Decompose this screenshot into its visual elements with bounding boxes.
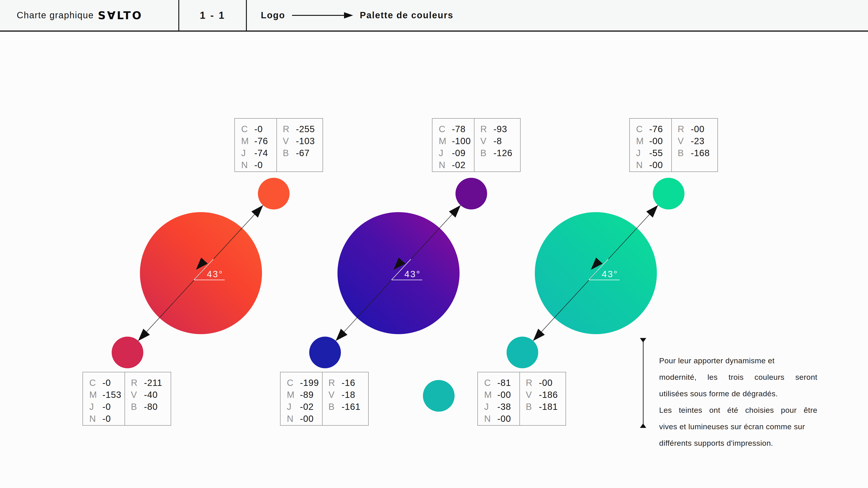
color-value-row: M-89 [287,389,322,401]
color-component-letter: C [484,377,497,389]
color-component-letter: M [287,389,300,401]
arrowhead-bottom-icon [336,329,347,341]
color-value-row: N-00 [287,413,322,425]
color-component-value: -0 [102,413,111,425]
cmjn-values: C-199M-89J-02N-00 [281,372,322,425]
header: Charte graphique S∀LTO 1 - 1 Logo Palett… [0,0,868,32]
color-component-letter: N [241,159,254,171]
color-value-row: J-38 [484,401,520,413]
color-component-value: -00 [539,377,553,389]
gradient-circle-large [338,212,460,334]
arrowhead-bottom-icon [138,329,150,341]
color-component-value: -186 [539,389,558,401]
color-component-letter: C [287,377,300,389]
gradient-endpoint-circle-bottom [309,337,341,368]
color-component-letter: B [329,401,342,413]
color-component-letter: B [678,147,691,159]
charte-graphique-page: Charte graphique S∀LTO 1 - 1 Logo Palett… [0,0,868,488]
color-component-letter: B [526,401,539,413]
color-value-row: B-181 [526,401,565,413]
color-values-box-bottom: C-0M-153J-0N-0 R-211V-40B-80 [83,372,171,426]
color-component-value: -0 [254,123,263,135]
gradient-endpoint-circle-top [653,178,684,209]
color-component-letter: J [89,401,102,413]
color-value-row: M-00 [484,389,520,401]
color-value-row: C-0 [89,377,125,389]
color-component-letter: M [636,135,649,147]
breadcrumb-subsection: Palette de couleurs [360,10,454,20]
arrowhead-bottom-icon [533,329,545,341]
color-values-box-bottom: C-199M-89J-02N-00 R-16V-18B-161 [280,372,369,426]
teal-accent-dot [423,380,455,412]
color-component-letter: N [439,159,452,171]
cmjn-values: C-81M-00J-38N-00 [478,372,520,425]
color-component-letter: R [526,377,539,389]
cmjn-values: C-76M-00J-55N-00 [630,119,672,171]
color-component-value: -199 [300,377,319,389]
color-value-row: V-18 [329,389,368,401]
color-component-letter: J [241,147,254,159]
color-component-letter: J [287,401,300,413]
color-component-letter: M [484,389,497,401]
note-line: utilisées sous forme de dégradés. [659,385,817,402]
color-component-value: -153 [102,389,121,401]
color-component-value: -55 [649,147,663,159]
color-component-letter: M [439,135,452,147]
color-component-value: -181 [539,401,558,413]
note-line: vives et lumineuses sur écran comme sur [659,418,817,435]
rvb-values: R-16V-18B-161 [322,372,368,425]
color-component-value: -76 [649,123,663,135]
color-value-row: N-0 [89,413,125,425]
color-component-letter: C [636,123,649,135]
color-component-value: -0 [102,401,111,413]
color-component-value: -38 [497,401,511,413]
color-component-value: -00 [497,389,511,401]
header-title-cell: Charte graphique S∀LTO [0,0,179,31]
color-value-row: J-55 [636,147,671,159]
color-value-row: V-40 [131,389,170,401]
color-value-row: C-199 [287,377,322,389]
color-component-value: -18 [342,389,355,401]
color-component-letter: B [131,401,144,413]
color-value-row: M-153 [89,389,125,401]
color-component-value: -0 [254,159,263,171]
color-value-row: J-0 [89,401,125,413]
color-value-row: R-00 [526,377,565,389]
color-component-value: -02 [300,401,314,413]
document-title: Charte graphique [17,10,94,20]
rvb-values: R-00V-186B-181 [520,372,565,425]
color-component-letter: V [526,389,539,401]
breadcrumb-section: Logo [261,10,285,20]
color-component-value: -81 [497,377,511,389]
color-component-letter: R [131,377,144,389]
color-component-value: -16 [342,377,355,389]
color-component-letter: R [329,377,342,389]
color-component-value: -168 [691,147,710,159]
color-component-value: -00 [300,413,314,425]
color-component-value: -00 [497,413,511,425]
color-component-value: -00 [649,135,663,147]
note-line: Pour leur apporter dynamisme et [659,352,817,369]
color-component-letter: C [89,377,102,389]
header-breadcrumb: Logo Palette de couleurs [247,0,454,31]
note-line: différents supports d'impression. [659,435,817,451]
gradient-circle-large [535,212,657,334]
color-component-value: -80 [144,401,158,413]
color-component-letter: C [241,123,254,135]
color-component-value: -23 [691,135,705,147]
color-component-letter: M [241,135,254,147]
color-component-letter: J [636,147,649,159]
gradient-endpoint-circle-bottom [112,337,143,368]
color-component-letter: J [439,147,452,159]
color-component-letter: V [678,135,691,147]
color-component-letter: N [287,413,300,425]
measure-arrow-top-icon [640,338,646,343]
color-value-row: N-00 [636,159,671,171]
color-values-box-bottom: C-81M-00J-38N-00 R-00V-186B-181 [477,372,566,426]
color-component-value: -0 [102,377,111,389]
color-value-row: R-00 [678,123,717,135]
color-value-row: J-02 [287,401,322,413]
rvb-values: R-00V-23B-168 [672,119,717,171]
brand-logo: S∀LTO [98,9,143,22]
arrowhead-top-icon [251,205,263,218]
